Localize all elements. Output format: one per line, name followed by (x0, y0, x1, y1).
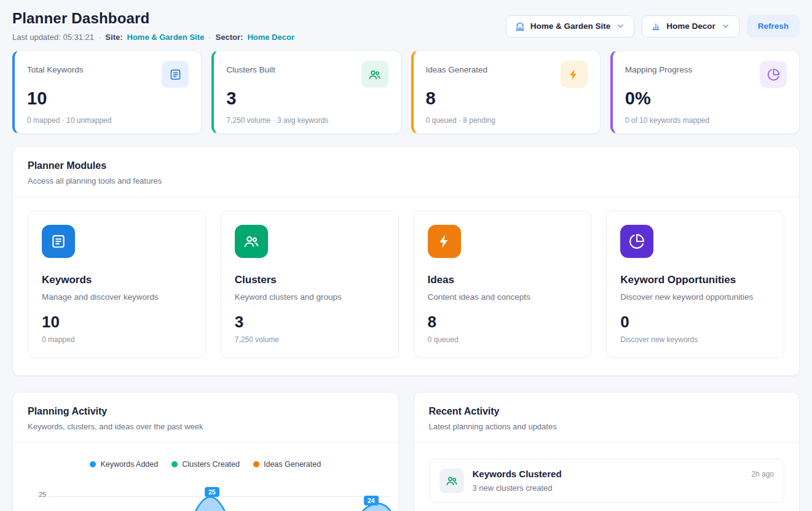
legend-label: Clusters Created (182, 460, 240, 469)
stat-cards-row: Total Keywords 10 0 mapped · 10 unmapped… (12, 50, 800, 134)
module-subtext: Discover new keywords (620, 335, 770, 344)
legend-dot-orange (253, 461, 259, 467)
legend-label: Keywords Added (100, 460, 158, 469)
module-card-keyword-opportunities[interactable]: Keyword Opportunities Discover new keywo… (606, 211, 784, 358)
stat-value: 3 (226, 89, 388, 109)
stat-subtext: 0 mapped · 10 unmapped (27, 116, 189, 125)
recent-item-description: 3 new clusters created (473, 483, 743, 493)
stat-card-top: Clusters Built (226, 61, 388, 88)
module-subtext: 7,250 volume (235, 335, 385, 344)
module-title: Keywords (42, 274, 192, 286)
legend-item-clusters-created: Clusters Created (171, 460, 240, 469)
sector-selector-dropdown[interactable]: Home Decor (642, 15, 739, 37)
sector-label: Sector: (216, 33, 243, 42)
data-point-label: 25 (205, 487, 219, 497)
legend-item-ideas-generated: Ideas Generated (253, 460, 321, 469)
module-value: 0 (620, 313, 770, 332)
lightning-icon (428, 225, 461, 258)
stat-card-clusters-built: Clusters Built 3 7,250 volume · 3 avg ke… (211, 50, 401, 134)
sector-link[interactable]: Home Decor (247, 33, 294, 42)
page-header: Planner Dashboard Last updated: 05:31:21… (12, 10, 800, 42)
module-description: Manage and discover keywords (42, 292, 192, 302)
recent-panel-title: Recent Activity (429, 406, 785, 417)
module-value: 3 (235, 313, 385, 332)
module-subtext: 0 mapped (42, 335, 192, 344)
recent-item-title: Keywords Clustered (473, 469, 743, 479)
module-title: Keyword Opportunities (620, 274, 770, 286)
stat-value: 8 (426, 89, 588, 109)
site-label: Site: (105, 33, 122, 42)
header-left: Planner Dashboard Last updated: 05:31:21… (12, 10, 294, 42)
modules-grid: Keywords Manage and discover keywords 10… (13, 197, 799, 375)
module-title: Ideas (428, 274, 578, 286)
separator-dot: · (208, 33, 211, 42)
module-description: Discover new keyword opportunities (620, 292, 770, 302)
activity-panel-header: Planning Activity Keywords, clusters, an… (13, 392, 398, 443)
module-title: Clusters (235, 274, 385, 286)
header-controls: Home & Garden Site Home Decor Refresh (506, 10, 800, 37)
module-card-ideas[interactable]: Ideas Content ideas and concepts 8 0 que… (414, 211, 592, 358)
bar-chart-icon (651, 21, 661, 31)
legend-dot-green (171, 461, 178, 467)
module-description: Keyword clusters and groups (235, 292, 385, 302)
site-dropdown-label: Home & Garden Site (530, 21, 611, 31)
separator-dot: · (98, 33, 101, 42)
stat-subtext: 0 queued · 8 pending (426, 116, 588, 125)
building-icon (515, 21, 525, 31)
modules-panel-title: Planner Modules (28, 160, 784, 171)
planning-activity-chart: 25 25 24 (13, 474, 398, 511)
refresh-button[interactable]: Refresh (747, 15, 800, 37)
stat-subtext: 0 of 10 keywords mapped (625, 116, 787, 125)
module-value: 10 (42, 313, 192, 332)
users-icon (440, 469, 464, 493)
chevron-down-icon (721, 21, 730, 31)
legend-dot-blue (90, 461, 96, 467)
modules-panel-subtitle: Access all planning tools and features (28, 176, 784, 185)
stat-label: Clusters Built (226, 61, 275, 74)
module-description: Content ideas and concepts (428, 292, 578, 302)
planner-modules-panel: Planner Modules Access all planning tool… (12, 146, 800, 376)
pie-chart-icon (760, 61, 787, 88)
stat-card-mapping-progress: Mapping Progress 0% 0 of 10 keywords map… (610, 50, 800, 134)
document-icon (42, 225, 75, 258)
stat-value: 0% (625, 89, 787, 109)
module-card-keywords[interactable]: Keywords Manage and discover keywords 10… (28, 211, 206, 358)
recent-item-body: Keywords Clustered 3 new clusters create… (473, 469, 743, 493)
data-point-label: 24 (364, 496, 379, 506)
module-card-clusters[interactable]: Clusters Keyword clusters and groups 3 7… (221, 211, 399, 358)
activity-panel-title: Planning Activity (28, 406, 384, 417)
sector-dropdown-label: Home Decor (666, 21, 715, 31)
legend-item-keywords-added: Keywords Added (90, 460, 158, 469)
site-link[interactable]: Home & Garden Site (127, 33, 205, 42)
module-value: 8 (428, 313, 578, 332)
users-icon (361, 61, 388, 88)
modules-panel-header: Planner Modules Access all planning tool… (13, 147, 799, 197)
bottom-row: Planning Activity Keywords, clusters, an… (12, 392, 800, 511)
y-axis-tick: 25 (39, 491, 46, 498)
stat-card-top: Ideas Generated (426, 61, 588, 88)
chart-legend: Keywords Added Clusters Created Ideas Ge… (13, 443, 398, 469)
document-icon (162, 61, 189, 88)
stat-card-top: Total Keywords (27, 61, 189, 88)
recent-activity-panel: Recent Activity Latest planning actions … (414, 392, 800, 511)
stat-subtext: 7,250 volume · 3 avg keywords (226, 116, 388, 125)
last-updated-text: Last updated: 05:31:21 (12, 33, 94, 42)
activity-panel-subtitle: Keywords, clusters, and ideas over the p… (28, 422, 384, 431)
site-selector-dropdown[interactable]: Home & Garden Site (506, 15, 635, 37)
pie-chart-icon (620, 225, 653, 258)
stat-label: Ideas Generated (426, 61, 488, 74)
stat-label: Mapping Progress (625, 61, 693, 74)
stat-card-ideas-generated: Ideas Generated 8 0 queued · 8 pending (411, 50, 601, 134)
page-title: Planner Dashboard (12, 10, 294, 27)
page-meta: Last updated: 05:31:21 · Site: Home & Ga… (12, 33, 294, 42)
stat-card-top: Mapping Progress (625, 61, 787, 88)
stat-label: Total Keywords (27, 61, 84, 74)
planning-activity-panel: Planning Activity Keywords, clusters, an… (12, 392, 399, 511)
lightning-icon (561, 61, 588, 88)
planner-dashboard-page: Planner Dashboard Last updated: 05:31:21… (0, 0, 812, 511)
module-subtext: 0 queued (428, 335, 578, 344)
legend-label: Ideas Generated (264, 460, 321, 469)
recent-item-timestamp: 2h ago (751, 469, 774, 478)
users-icon (235, 225, 268, 258)
recent-panel-subtitle: Latest planning actions and updates (429, 422, 785, 431)
